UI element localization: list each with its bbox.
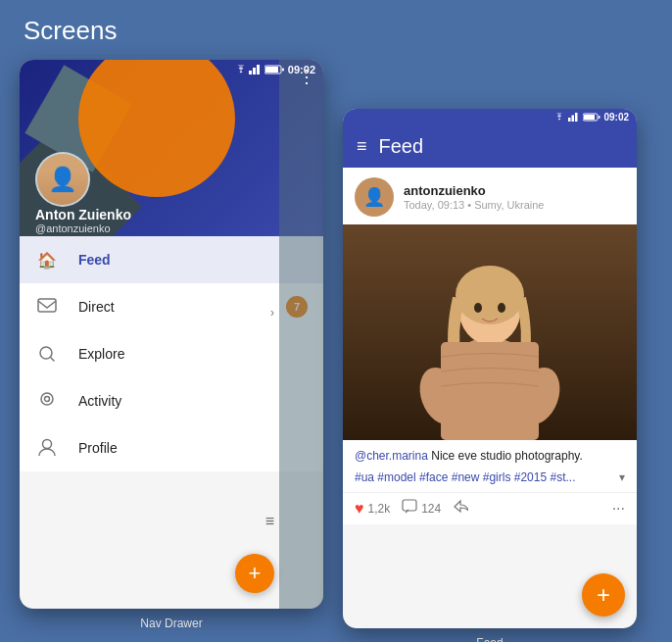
comments-count: 124	[421, 502, 441, 516]
nav-drawer-screen: 09:02 ⋮ 👤 Anton Zuienko @antonzuienko	[20, 60, 323, 609]
post-image	[343, 224, 637, 440]
feed-battery-icon	[583, 113, 600, 122]
location-icon	[38, 391, 56, 411]
search-icon	[35, 342, 59, 366]
feed-signal-icon	[568, 113, 580, 122]
nav-status-icons	[235, 65, 284, 74]
like-group[interactable]: ♥ 1,2k	[355, 500, 390, 518]
nav-item-direct[interactable]: Direct 7	[20, 283, 323, 330]
comment-bubble-icon	[402, 499, 417, 515]
nav-drawer-phone: 09:02 ⋮ 👤 Anton Zuienko @antonzuienko	[20, 60, 323, 609]
feed-label: Feed	[476, 636, 503, 642]
svg-point-24	[456, 266, 524, 324]
nav-user-name: Anton Zuienko	[35, 207, 131, 222]
nav-feed-label: Feed	[78, 252, 308, 268]
post-avatar: 👤	[355, 177, 394, 217]
heart-icon[interactable]: ♥	[355, 500, 364, 518]
nav-item-feed[interactable]: 🏠 Feed	[20, 236, 323, 283]
svg-rect-5	[282, 69, 284, 72]
nav-hamburger-icon: ≡	[265, 513, 274, 530]
nav-item-profile[interactable]: Profile	[20, 424, 323, 471]
page-title: Screens	[0, 0, 672, 50]
post-user-info: antonzuienko Today, 09:13 • Sumy, Ukrain…	[404, 183, 544, 211]
battery-icon	[264, 65, 284, 74]
post-meta: Today, 09:13 • Sumy, Ukraine	[404, 199, 544, 211]
svg-rect-16	[599, 116, 600, 119]
feed-fab-button[interactable]: +	[582, 573, 625, 617]
comment-group[interactable]: 124	[402, 499, 441, 519]
svg-rect-13	[575, 113, 578, 122]
activity-icon	[35, 389, 59, 413]
explore-search-icon	[38, 345, 56, 363]
svg-rect-6	[38, 299, 56, 312]
avatar-image: 👤	[37, 154, 88, 205]
inbox-icon	[35, 295, 59, 319]
feed-time: 09:02	[603, 112, 629, 123]
feed-app-bar: ≡ Feed	[343, 125, 637, 168]
svg-point-10	[43, 440, 52, 449]
nav-activity-label: Activity	[78, 393, 308, 409]
nav-user-handle: @antonzuienko	[35, 222, 111, 234]
nav-time: 09:02	[288, 64, 315, 75]
svg-point-7	[40, 347, 52, 359]
svg-point-25	[474, 303, 482, 313]
tags-expand-icon[interactable]: ▾	[619, 470, 625, 484]
svg-point-8	[41, 393, 53, 405]
nav-profile-label: Profile	[78, 440, 308, 456]
svg-point-26	[498, 303, 505, 313]
profile-icon	[38, 438, 56, 458]
feed-phone: 09:02 ≡ Feed 👤 antonzuienko Today, 09:13…	[343, 109, 637, 628]
svg-rect-11	[568, 118, 571, 122]
direct-icon	[37, 298, 57, 316]
feed-screen: 09:02 ≡ Feed 👤 antonzuienko Today, 09:13…	[343, 109, 637, 628]
svg-rect-15	[584, 115, 595, 120]
comment-icon[interactable]	[402, 499, 417, 519]
post-header: 👤 antonzuienko Today, 09:13 • Sumy, Ukra…	[343, 168, 637, 224]
nav-status-bar: 09:02	[20, 60, 323, 79]
share-group[interactable]	[453, 499, 468, 519]
post-caption: @cher.marina Nice eve studio photography…	[343, 440, 637, 469]
feed-wifi-icon	[553, 113, 565, 122]
likes-count: 1,2k	[368, 502, 391, 516]
nav-item-explore[interactable]: Explore	[20, 330, 323, 377]
post-username: antonzuienko	[404, 183, 544, 198]
svg-rect-28	[403, 500, 416, 511]
svg-point-9	[45, 397, 50, 402]
svg-rect-4	[265, 67, 278, 73]
post-caption-text: Nice eve studio photography.	[431, 449, 583, 463]
feed-status-bar: 09:02	[343, 109, 637, 125]
nav-explore-label: Explore	[78, 346, 308, 362]
feed-hamburger-icon[interactable]: ≡	[357, 136, 367, 157]
post-tags: #ua #model #face #new #girls #2015 #st..…	[343, 469, 637, 492]
nav-item-activity[interactable]: Activity	[20, 377, 323, 424]
nav-header: 09:02 ⋮ 👤 Anton Zuienko @antonzuienko	[20, 60, 323, 236]
nav-chevron-icon: ›	[270, 306, 274, 320]
svg-rect-0	[249, 71, 252, 74]
more-actions-icon[interactable]: ···	[612, 500, 625, 518]
svg-rect-1	[253, 68, 256, 74]
svg-rect-2	[257, 65, 260, 74]
nav-right-overlay	[279, 60, 323, 609]
share-icon[interactable]	[453, 499, 468, 519]
nav-fab-button[interactable]: +	[235, 554, 274, 593]
nav-avatar: 👤	[35, 152, 90, 207]
signal-icon	[249, 65, 263, 74]
forward-icon	[453, 499, 468, 515]
nav-drawer-label: Nav Drawer	[140, 617, 202, 630]
nav-menu: 🏠 Feed Direct 7	[20, 236, 323, 471]
svg-rect-27	[441, 342, 539, 440]
post-tags-text: #ua #model #face #new #girls #2015 #st..…	[355, 470, 615, 484]
feed-title: Feed	[379, 135, 623, 158]
person-icon	[35, 436, 59, 460]
nav-direct-label: Direct	[78, 299, 286, 315]
post-mention: @cher.marina	[355, 449, 428, 463]
wifi-icon	[235, 65, 247, 74]
post-photo	[343, 224, 637, 440]
home-icon: 🏠	[35, 248, 59, 272]
feed-post: 👤 antonzuienko Today, 09:13 • Sumy, Ukra…	[343, 168, 637, 524]
post-actions: ♥ 1,2k 124	[343, 492, 637, 524]
svg-rect-12	[572, 116, 575, 123]
